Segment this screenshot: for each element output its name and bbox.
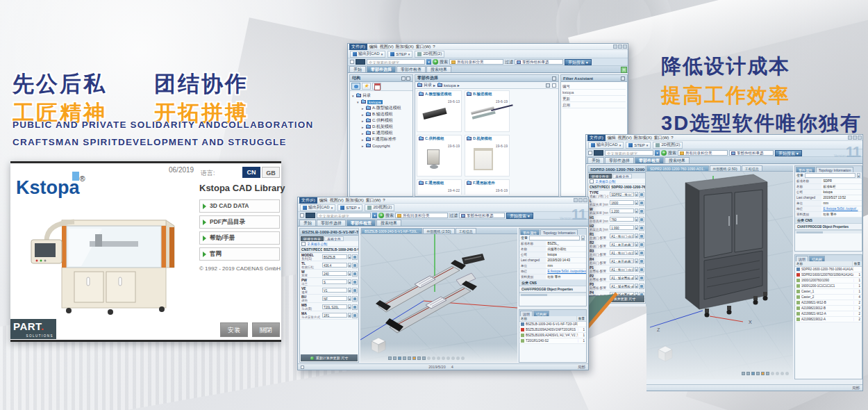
menu-item[interactable]: ? <box>433 44 435 49</box>
app-tab[interactable]: 零部件选择 <box>317 220 346 226</box>
filter-scope-select[interactable]: 零部件组和单选 <box>459 213 505 218</box>
chevron-down-icon[interactable]: ▾ <box>348 279 351 284</box>
add-search-icon[interactable]: + <box>433 59 438 65</box>
config-link[interactable]: 3.公制 <box>606 179 615 183</box>
parameter-value[interactable]: 1,990 <box>610 225 634 230</box>
search-dropdown-button[interactable]: ▾ <box>655 150 660 156</box>
config-link[interactable]: 3.公制 <box>317 242 327 246</box>
structure-row[interactable]: BSZ5LB-1009-240-S-V1-NF-T20I-1R1 <box>519 322 586 327</box>
viewport-tab[interactable]: 工程信息 <box>456 228 476 233</box>
config-checkbox[interactable] <box>301 242 306 246</box>
parameter-value[interactable]: S <box>322 279 347 284</box>
tree-item[interactable]: ▸ B.输送模组 <box>352 111 412 117</box>
chevron-down-icon[interactable]: ▾ <box>635 259 638 263</box>
window-controls[interactable] <box>574 198 587 202</box>
app-tab[interactable]: 开始 <box>349 66 366 72</box>
start-search-button[interactable]: 开始搜索 ▾ <box>506 213 533 219</box>
installer-menu-item[interactable]: 官网 <box>199 247 280 261</box>
search-scope-select[interactable]: 所有目录和分类 <box>395 213 448 218</box>
tree-item[interactable]: ▸ C.供料模组 <box>352 117 412 124</box>
parameter-value[interactable]: T20L S20L <box>322 304 347 309</box>
search-mode-button[interactable] <box>356 59 365 65</box>
edit-parameter-button[interactable] <box>639 217 644 222</box>
tree-item[interactable]: ▸ Copyright <box>352 142 412 149</box>
properties-tab[interactable]: 零件属性 <box>520 229 540 235</box>
parameter-value[interactable]: 760 <box>610 217 634 222</box>
viewport-tab[interactable]: 外部图纸 (2.5D) <box>423 228 454 233</box>
chevron-down-icon[interactable]: ▾ <box>348 263 351 268</box>
structure-row[interactable]: SDPR2/1600/1200760/1090/A1A1A1A1A1A1 1 <box>795 272 862 278</box>
config-checkbox[interactable] <box>590 179 594 183</box>
structure-row[interactable]: A21998219012-A 2 <box>795 317 862 322</box>
catalog-view-icon[interactable] <box>351 83 360 90</box>
structure-row[interactable]: Caster_2 4 <box>795 295 862 300</box>
app-tab[interactable]: 搜索结果 <box>426 66 451 72</box>
chevron-down-icon[interactable]: ▾ <box>348 296 351 301</box>
structure-row[interactable]: 1600\1200-1C1C1C1C1 1 <box>795 284 862 289</box>
catalog-tile[interactable]: F.通用标准件 19-6-19 <box>465 179 510 195</box>
parameter-value[interactable]: A1 - 单开玻璃门-铰链 <box>610 242 634 247</box>
filter-assistant-row[interactable]: 更新 <box>562 96 626 102</box>
chevron-down-icon[interactable]: ▾ <box>635 250 638 255</box>
edit-parameter-button[interactable] <box>639 192 644 197</box>
properties-tab[interactable]: 说明 <box>520 311 533 316</box>
chevron-down-icon[interactable]: ▾ <box>348 288 351 293</box>
add-search-icon[interactable]: + <box>661 150 667 156</box>
chevron-down-icon[interactable]: ▾ <box>635 217 638 222</box>
viewport-3d-cabinet[interactable]: SDPR2-1600-1200-760-1090-AO1..外部图纸 (2.5D… <box>646 165 793 379</box>
viewport-3d-actuator[interactable]: BSZ5LB-1009-240-S-V1-NF-T20L..外部图纸 (2.5D… <box>360 228 517 363</box>
edit-parameter-button[interactable] <box>352 254 358 260</box>
properties-tab[interactable]: Topology Information <box>540 229 578 235</box>
chevron-down-icon[interactable]: ▾ <box>635 242 638 247</box>
tree-item[interactable]: ▸ A.微型输送模组 <box>352 105 412 111</box>
filter-scope-select[interactable]: 零部件组和单选 <box>515 59 563 65</box>
dock-icon[interactable] <box>621 76 625 81</box>
close-icon[interactable] <box>406 76 410 81</box>
edit-parameter-button[interactable] <box>639 242 644 247</box>
search-scope-select[interactable]: 所有目录和分类 <box>449 59 503 65</box>
app-tab[interactable]: 开始 <box>299 220 316 226</box>
viewport-nav-icons[interactable] <box>388 356 465 360</box>
viewport-tab[interactable]: 工程信息 <box>742 165 762 171</box>
app-tab[interactable]: 开始 <box>587 157 604 163</box>
chevron-down-icon[interactable]: ▾ <box>348 304 351 309</box>
install-button[interactable]: 安装 <box>220 322 248 337</box>
search-checkbox[interactable] <box>300 213 304 218</box>
edit-parameter-button[interactable] <box>352 304 358 310</box>
structure-row[interactable]: T20I1R1/240-S2 1 <box>519 338 586 344</box>
format-step-button[interactable]: STEP▾ <box>626 142 651 149</box>
parameter-value[interactable]: V1 <box>322 288 347 293</box>
installer-menu-item[interactable]: 3D CAD DATA <box>199 199 280 213</box>
parameter-value[interactable]: 1R1 <box>322 313 347 318</box>
dock-icon[interactable] <box>401 76 406 81</box>
parameter-value[interactable]: A1 - 钣金围板-玻璃 <box>610 275 634 280</box>
edit-parameter-button[interactable] <box>639 267 644 272</box>
favorites-icon[interactable] <box>362 83 371 90</box>
panel-subtab[interactable]: 链接文件夹 <box>301 236 324 241</box>
app-tab[interactable]: 搜索结果 <box>665 157 690 163</box>
structure-row[interactable]: BSZ5LB1009,A240SV1,'A1','V4','V1','NF','… <box>519 333 586 338</box>
edit-parameter-button[interactable] <box>352 263 358 268</box>
search-input[interactable]: 全文搜索的关键字 <box>367 59 425 65</box>
select-all-checkbox[interactable] <box>552 83 556 88</box>
edit-parameter-button[interactable] <box>639 200 644 206</box>
search-input[interactable]: 全文搜索的关键字 <box>605 150 653 156</box>
viewport-nav-icons[interactable] <box>742 372 789 375</box>
chevron-down-icon[interactable]: ▾ <box>635 284 638 288</box>
menu-item[interactable]: 文件(F) <box>299 197 317 204</box>
tree-item[interactable]: ▸ D.机架模组 <box>352 124 412 130</box>
app-tab[interactable]: 零部件选择 <box>605 157 634 163</box>
breadcrumb-catalog[interactable]: kstopa ▸ <box>437 83 460 88</box>
menu-item[interactable]: 窗口(W) <box>366 197 381 204</box>
chevron-down-icon[interactable]: ▾ <box>635 267 638 272</box>
view-2d-button[interactable]: 2D视图(2) <box>415 51 444 58</box>
menu-item[interactable]: 窗口(W) <box>416 44 431 50</box>
catalog-tile[interactable]: A.微型输送模组 19-6-13 <box>417 90 462 132</box>
structure-row[interactable]: A2199821-W12-B 2 <box>795 300 862 306</box>
search-mode-button[interactable] <box>594 150 603 156</box>
filter-scope-select[interactable]: 零部件组和单选 <box>729 150 774 156</box>
app-tab[interactable]: 零部件检查 <box>397 66 426 72</box>
start-search-button[interactable]: 开始搜索 ▾ <box>775 150 802 156</box>
view-toggle-icon[interactable] <box>546 83 550 88</box>
chevron-down-icon[interactable]: ▾ <box>635 208 638 213</box>
